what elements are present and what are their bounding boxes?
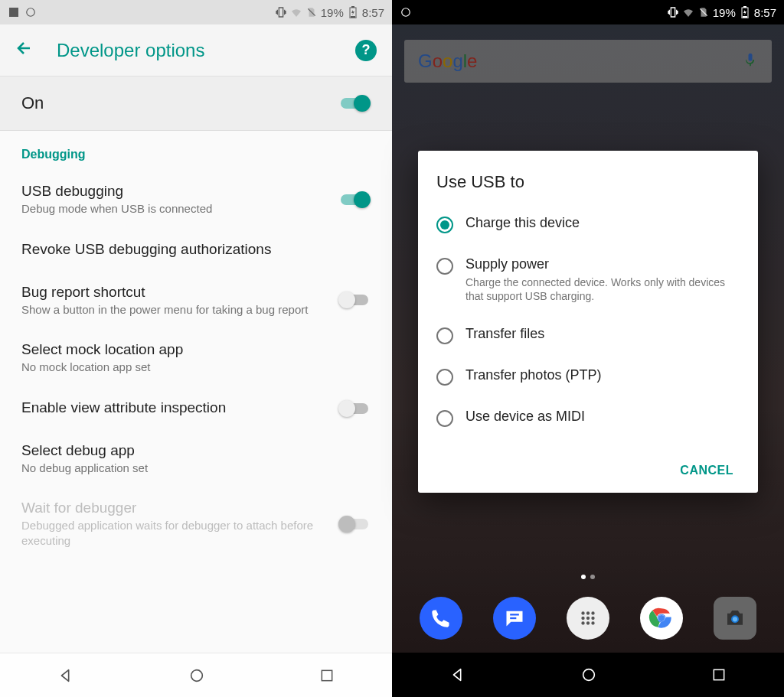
- dock-chrome-icon[interactable]: [640, 597, 683, 640]
- svg-point-18: [586, 617, 590, 620]
- radio-option-charge[interactable]: Charge this device: [436, 215, 740, 233]
- radio-icon[interactable]: [436, 258, 453, 275]
- radio-option-transfer-photos[interactable]: Transfer photos (PTP): [436, 367, 740, 386]
- radio-label: Charge this device: [466, 215, 580, 231]
- radio-label: Transfer files: [466, 326, 544, 342]
- help-button[interactable]: ?: [355, 40, 377, 61]
- master-toggle-row[interactable]: On: [0, 77, 392, 131]
- setting-view-attr[interactable]: Enable view attribute inspection: [0, 387, 392, 430]
- setting-debug-app[interactable]: Select debug app No debug application se…: [0, 430, 392, 488]
- usb-dialog: Use USB to Charge this device Supply pow…: [418, 151, 758, 493]
- clock-text: 8:57: [362, 6, 384, 19]
- nav-home-icon[interactable]: [580, 666, 597, 683]
- row-subtitle: No mock location app set: [21, 360, 358, 375]
- radio-icon[interactable]: [436, 217, 453, 233]
- dock-apps-icon[interactable]: [567, 597, 609, 640]
- svg-rect-6: [322, 670, 332, 680]
- home-screen[interactable]: Google Use USB to Charge this device Sup…: [392, 24, 784, 653]
- circle-icon: [24, 6, 37, 18]
- section-header: Debugging: [0, 131, 392, 171]
- nav-home-icon[interactable]: [188, 667, 205, 684]
- radio-icon[interactable]: [436, 410, 453, 427]
- battery-text: 19%: [321, 6, 344, 19]
- phone-right: 19% 8:57 Google Use USB to Charge this d…: [392, 0, 784, 697]
- row-title: Revoke USB debugging authorizations: [21, 241, 358, 258]
- svg-rect-30: [714, 669, 724, 679]
- master-toggle[interactable]: [338, 96, 371, 111]
- battery-text: 19%: [713, 6, 736, 19]
- nav-bar: [392, 653, 784, 697]
- row-subtitle: Debugged application waits for debugger …: [21, 518, 326, 548]
- svg-point-0: [27, 8, 35, 17]
- no-sim-icon: [305, 6, 318, 18]
- svg-point-16: [591, 611, 594, 614]
- clock-text: 8:57: [754, 6, 776, 19]
- row-title: Select debug app: [21, 442, 358, 459]
- dock-phone-icon[interactable]: [420, 597, 462, 640]
- svg-point-19: [591, 617, 594, 620]
- svg-rect-3: [351, 6, 354, 8]
- svg-point-28: [733, 617, 737, 621]
- dock-messages-icon[interactable]: [493, 597, 536, 640]
- radio-label: Transfer photos (PTP): [466, 367, 601, 383]
- dock: [392, 584, 784, 653]
- dock-camera-icon[interactable]: [714, 597, 756, 640]
- setting-wait-debugger: Wait for debugger Debugged application w…: [0, 487, 392, 560]
- toggle-switch[interactable]: [338, 292, 371, 308]
- back-icon[interactable]: [15, 39, 34, 62]
- svg-point-7: [402, 8, 410, 17]
- page-title: Developer options: [57, 40, 204, 61]
- master-toggle-label: On: [21, 93, 44, 113]
- svg-point-17: [581, 617, 584, 620]
- app-bar: Developer options ?: [0, 24, 392, 77]
- row-subtitle: Show a button in the power menu for taki…: [21, 302, 326, 318]
- radio-label: Supply power: [466, 256, 740, 272]
- status-bar: 19% 8:57: [392, 0, 784, 24]
- svg-point-20: [581, 621, 584, 624]
- radio-option-midi[interactable]: Use device as MIDI: [436, 409, 740, 427]
- radio-icon[interactable]: [436, 369, 453, 386]
- nav-recent-icon[interactable]: [711, 667, 727, 682]
- wifi-icon: [290, 6, 302, 18]
- nav-bar: [0, 653, 392, 697]
- row-subtitle: No debug application set: [21, 461, 358, 476]
- vibrate-icon: [275, 6, 287, 18]
- nav-back-icon[interactable]: [449, 666, 466, 683]
- toggle-switch[interactable]: [338, 401, 371, 416]
- svg-point-22: [591, 621, 594, 624]
- cancel-button[interactable]: CANCEL: [674, 456, 740, 485]
- row-title: Select mock location app: [21, 341, 358, 358]
- page-indicator: [392, 575, 784, 579]
- row-title: Bug report shortcut: [21, 284, 326, 301]
- radio-option-supply-power[interactable]: Supply power Charge the connected device…: [436, 256, 740, 303]
- nav-back-icon[interactable]: [57, 667, 74, 684]
- picture-icon: [8, 6, 20, 18]
- setting-usb-debugging[interactable]: USB debugging Debug mode when USB is con…: [0, 171, 392, 229]
- phone-left: 19% 8:57 Developer options ? On Debuggin…: [0, 0, 392, 697]
- svg-point-15: [586, 611, 590, 614]
- radio-icon[interactable]: [436, 327, 453, 344]
- row-title: Enable view attribute inspection: [21, 399, 326, 416]
- row-title: Wait for debugger: [21, 500, 326, 516]
- circle-icon: [400, 6, 412, 18]
- dialog-title: Use USB to: [436, 172, 740, 192]
- radio-label: Use device as MIDI: [466, 409, 585, 425]
- nav-recent-icon[interactable]: [319, 668, 335, 683]
- radio-option-transfer-files[interactable]: Transfer files: [436, 326, 740, 344]
- status-bar: 19% 8:57: [0, 0, 392, 24]
- row-title: USB debugging: [21, 183, 326, 200]
- setting-revoke-auth[interactable]: Revoke USB debugging authorizations: [0, 229, 392, 272]
- svg-point-5: [191, 669, 203, 681]
- svg-rect-4: [351, 16, 355, 18]
- svg-rect-11: [743, 16, 747, 18]
- settings-list[interactable]: On Debugging USB debugging Debug mode wh…: [0, 77, 392, 653]
- setting-bug-report[interactable]: Bug report shortcut Show a button in the…: [0, 272, 392, 330]
- toggle-switch[interactable]: [338, 192, 371, 207]
- setting-mock-location[interactable]: Select mock location app No mock locatio…: [0, 329, 392, 387]
- svg-point-29: [583, 669, 595, 681]
- svg-point-14: [581, 611, 584, 614]
- toggle-switch: [338, 516, 371, 532]
- wifi-icon: [682, 6, 694, 18]
- battery-icon: [739, 6, 751, 18]
- vibrate-icon: [667, 6, 679, 18]
